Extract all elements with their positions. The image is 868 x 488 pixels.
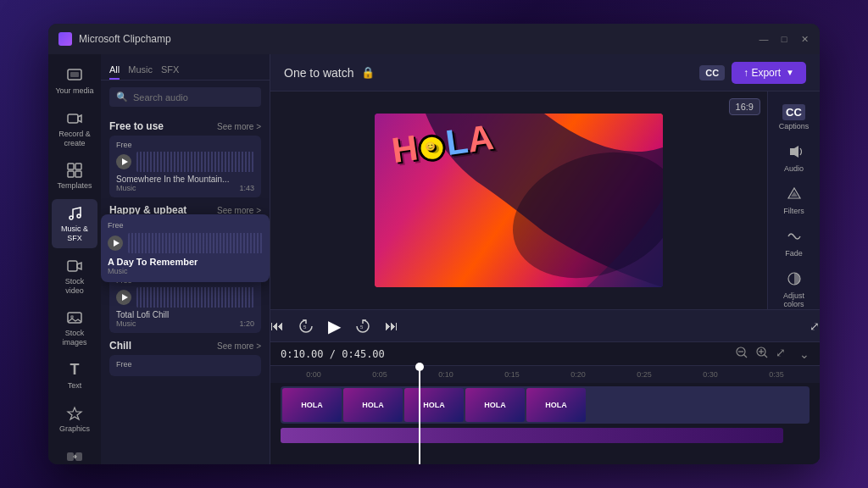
export-button[interactable]: ↑ Export ▼: [732, 62, 806, 84]
svg-rect-9: [68, 261, 77, 271]
hola-h: H: [389, 127, 420, 170]
sidebar-item-stock-images[interactable]: Stock images: [52, 303, 97, 352]
right-label-captions: Captions: [779, 122, 810, 130]
timeline-expand-button[interactable]: ⌄: [799, 347, 810, 361]
see-more-happy[interactable]: See more >: [217, 206, 261, 215]
sidebar-item-templates[interactable]: Templates: [52, 156, 97, 196]
tab-all[interactable]: All: [109, 61, 120, 80]
aspect-ratio-badge[interactable]: 16:9: [729, 98, 760, 115]
cc-badge[interactable]: CC: [699, 65, 725, 80]
audio-list: Free to use See more > Free Somewhere In…: [101, 114, 270, 464]
sidebar-label-record-create: Record & create: [55, 130, 94, 148]
badge-mountain: Free: [116, 141, 254, 149]
window-title: Microsoft Clipchamp: [79, 33, 759, 45]
stock-video-icon: [65, 257, 84, 275]
sidebar-item-music-sfx[interactable]: Music & SFX: [52, 199, 97, 248]
play-pause-button[interactable]: ▶: [328, 316, 341, 336]
rewind-5s-button[interactable]: 5: [298, 318, 314, 335]
tick-1: 0:05: [347, 370, 413, 379]
clip-hola-5[interactable]: HOLA: [526, 388, 586, 422]
svg-point-8: [77, 214, 81, 218]
right-item-adjust-colors[interactable]: Adjust colors: [771, 265, 817, 309]
search-icon: 🔍: [116, 92, 128, 103]
see-more-free[interactable]: See more >: [217, 122, 261, 131]
sidebar-item-stock-video[interactable]: Stock video: [52, 252, 97, 301]
play-icon-mountain: [122, 158, 128, 165]
skip-back-button[interactable]: ⏮: [270, 319, 284, 334]
lock-icon: 🔒: [361, 66, 375, 79]
tick-3: 0:15: [479, 370, 545, 379]
filters-icon: [787, 186, 802, 205]
music-sfx-icon: [65, 204, 84, 223]
sidebar: Your media Record & create: [48, 54, 101, 464]
export-label: ↑ Export: [743, 67, 781, 79]
tick-0: 0:00: [281, 370, 347, 379]
right-item-captions[interactable]: CC Captions: [771, 98, 817, 136]
maximize-button[interactable]: □: [779, 34, 789, 44]
sidebar-item-graphics[interactable]: Graphics: [52, 399, 97, 439]
see-more-chill[interactable]: See more >: [217, 341, 261, 351]
svg-point-7: [70, 216, 73, 219]
track-type-mountain: Music: [116, 184, 136, 192]
video-background: H😊LA: [375, 114, 663, 287]
audio-tabs: All Music SFX: [101, 54, 270, 80]
clip-hola-3[interactable]: HOLA: [404, 388, 464, 422]
sidebar-item-record-create[interactable]: Record & create: [52, 104, 97, 153]
center-area: One to watch 🔒 CC ↑ Export ▼: [270, 54, 820, 464]
fullscreen-button[interactable]: ⤢: [810, 319, 820, 333]
sidebar-label-stock-images: Stock images: [55, 329, 94, 347]
svg-rect-4: [75, 164, 81, 169]
tab-sfx[interactable]: SFX: [161, 61, 179, 80]
ruler-tick-row: 0:00 0:05 0:10 0:15 0:20 0:25 0:30 0:35: [281, 370, 810, 379]
sidebar-item-transitions[interactable]: Transitions: [52, 442, 97, 464]
tooltip-waveform: [128, 233, 263, 253]
right-label-filters: Filters: [783, 207, 804, 215]
right-item-audio[interactable]: Audio: [771, 138, 817, 179]
sidebar-item-text[interactable]: T Text: [52, 356, 97, 396]
clip-hola-4[interactable]: HOLA: [465, 388, 525, 422]
sidebar-label-stock-video: Stock video: [55, 277, 94, 296]
app-icon: [58, 32, 72, 46]
minimize-button[interactable]: —: [759, 34, 769, 44]
tab-music[interactable]: Music: [128, 61, 153, 80]
stock-images-icon: [65, 308, 84, 327]
forward-5s-button[interactable]: 5: [354, 318, 371, 335]
right-item-fade[interactable]: Fade: [771, 223, 817, 263]
svg-rect-5: [68, 171, 74, 177]
templates-icon: [65, 161, 84, 180]
play-button-lofi[interactable]: [116, 290, 131, 305]
fit-timeline-button[interactable]: ⤢: [776, 346, 786, 362]
captions-icon: CC: [782, 104, 805, 120]
right-label-audio: Audio: [784, 164, 804, 173]
tooltip-play-icon: [114, 240, 120, 247]
video-title: One to watch: [284, 66, 354, 80]
tick-6: 0:30: [677, 370, 743, 379]
svg-rect-10: [68, 313, 81, 323]
your-media-icon: [65, 66, 84, 85]
badge-chill: Free: [116, 360, 254, 369]
play-button-mountain[interactable]: [116, 154, 131, 169]
svg-rect-3: [68, 164, 74, 169]
export-chevron-icon: ▼: [786, 68, 794, 77]
clip-hola-2[interactable]: HOLA: [343, 388, 403, 422]
video-frame: H😊LA: [375, 114, 663, 287]
section-title-chill: Chill: [109, 340, 131, 352]
close-button[interactable]: ✕: [799, 34, 810, 44]
zoom-in-button[interactable]: [755, 346, 769, 362]
sidebar-label-text: Text: [68, 381, 82, 391]
sidebar-item-your-media[interactable]: Your media: [52, 61, 97, 101]
sidebar-label-graphics: Graphics: [59, 424, 90, 434]
playback-controls: ⏮ 5 ▶ 5 ⏭ ⤢: [270, 309, 820, 341]
skip-forward-button[interactable]: ⏭: [385, 319, 398, 334]
tick-7: 0:35: [743, 370, 810, 379]
right-item-filters[interactable]: Filters: [771, 180, 817, 221]
zoom-out-button[interactable]: [735, 346, 748, 362]
app-window: Microsoft Clipchamp — □ ✕ Your media: [48, 24, 820, 464]
section-title-free: Free to use: [109, 120, 164, 132]
track-row-mountain: [116, 152, 254, 172]
tooltip-play-button[interactable]: [108, 236, 123, 251]
tooltip-badge: Free: [108, 221, 263, 230]
timeline-area: 0:10.00 / 0:45.00: [270, 341, 820, 464]
search-input[interactable]: [133, 92, 254, 103]
clip-hola-1[interactable]: HOLA: [282, 388, 342, 422]
